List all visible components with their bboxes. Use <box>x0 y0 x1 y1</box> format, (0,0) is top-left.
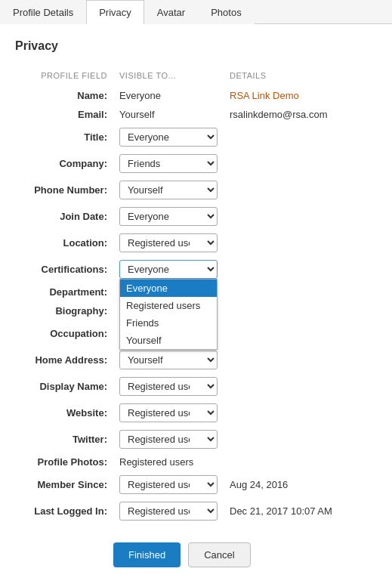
field-label: Last Logged In: <box>15 498 113 524</box>
field-label: Certifications: <box>15 256 113 283</box>
table-row: Profile Photos: Registered users <box>15 453 377 471</box>
lastlogin-detail: Dec 21, 2017 10:07 AM <box>224 498 377 524</box>
visible-value: Yourself <box>113 105 224 124</box>
table-row: Company: Everyone Registered users Frien… <box>15 150 377 177</box>
field-label: Title: <box>15 124 113 150</box>
name-detail-link[interactable]: RSA Link Demo <box>230 90 299 101</box>
joindate-select[interactable]: Everyone Registered users Friends Yourse… <box>119 207 218 226</box>
table-row: Last Logged In: Everyone Registered user… <box>15 498 377 524</box>
field-label: Home Address: <box>15 347 113 373</box>
dropdown-option-yourself[interactable]: Yourself <box>120 332 217 349</box>
main-content: Privacy PROFILE FIELD VISIBLE TO... DETA… <box>0 24 392 582</box>
field-label: Location: <box>15 230 113 256</box>
website-select[interactable]: Everyone Registered users Friends Yourse… <box>119 403 218 422</box>
field-label: Member Since: <box>15 471 113 498</box>
header-details: DETAILS <box>224 68 377 86</box>
table-row: Twitter: Everyone Registered users Frien… <box>15 426 377 453</box>
tab-photos[interactable]: Photos <box>198 0 254 24</box>
homeaddr-select-cell: Everyone Registered users Friends Yourse… <box>113 347 224 373</box>
table-row: Name: Everyone RSA Link Demo <box>15 86 377 105</box>
displayname-select-cell: Everyone Registered users Friends Yourse… <box>113 373 224 400</box>
tab-bar: Profile Details Privacy Avatar Photos <box>0 0 392 24</box>
certifications-dropdown-container: Everyone Registered users Friends Yourse… <box>119 260 218 279</box>
header-visible-to: VISIBLE TO... <box>113 68 224 86</box>
tab-privacy[interactable]: Privacy <box>86 0 144 24</box>
dropdown-option-everyone[interactable]: Everyone <box>120 280 217 297</box>
title-select-cell: Everyone Registered users Friends Yourse… <box>113 124 224 150</box>
tab-profile-details[interactable]: Profile Details <box>0 0 86 24</box>
dropdown-option-registered[interactable]: Registered users <box>120 297 217 314</box>
twitter-select[interactable]: Everyone Registered users Friends Yourse… <box>119 430 218 449</box>
section-title: Privacy <box>15 39 377 53</box>
membersince-detail: Aug 24, 2016 <box>224 471 377 498</box>
action-buttons: Finished Cancel <box>15 542 377 567</box>
title-select[interactable]: Everyone Registered users Friends Yourse… <box>119 128 218 147</box>
lastlogin-select-cell: Everyone Registered users Friends Yourse… <box>113 498 224 524</box>
field-label: Join Date: <box>15 203 113 230</box>
table-row: Phone Number: Everyone Registered users … <box>15 177 377 203</box>
lastlogin-select[interactable]: Everyone Registered users Friends Yourse… <box>119 502 218 521</box>
visible-value: Everyone <box>113 86 224 105</box>
certifications-dropdown-list: Everyone Registered users Friends Yourse… <box>119 279 218 350</box>
table-row: Location: Everyone Registered users Frie… <box>15 230 377 256</box>
phone-select[interactable]: Everyone Registered users Friends Yourse… <box>119 181 218 199</box>
tab-avatar[interactable]: Avatar <box>144 0 198 24</box>
field-label: Department: <box>15 283 113 301</box>
table-row: Certifications: Everyone Registered user… <box>15 256 377 283</box>
table-row: Member Since: Everyone Registered users … <box>15 471 377 498</box>
field-label: Phone Number: <box>15 177 113 203</box>
field-label: Website: <box>15 400 113 426</box>
location-select[interactable]: Everyone Registered users Friends Yourse… <box>119 233 218 252</box>
field-label: Name: <box>15 86 113 105</box>
company-select-cell: Everyone Registered users Friends Yourse… <box>113 150 224 177</box>
dropdown-option-friends[interactable]: Friends <box>120 314 217 332</box>
field-label: Biography: <box>15 301 113 320</box>
table-row: Join Date: Everyone Registered users Fri… <box>15 203 377 230</box>
field-label: Display Name: <box>15 373 113 400</box>
certifications-cell: Everyone Registered users Friends Yourse… <box>113 256 224 283</box>
homeaddr-select[interactable]: Everyone Registered users Friends Yourse… <box>119 351 218 369</box>
table-row: Email: Yourself rsalinkdemo@rsa.com <box>15 105 377 124</box>
field-label: Company: <box>15 150 113 177</box>
table-row: Display Name: Everyone Registered users … <box>15 373 377 400</box>
field-label: Email: <box>15 105 113 124</box>
table-row: Home Address: Everyone Registered users … <box>15 347 377 373</box>
tabs-container: Profile Details Privacy Avatar Photos <box>0 0 392 24</box>
finished-button[interactable]: Finished <box>113 542 181 567</box>
header-profile-field: PROFILE FIELD <box>15 68 113 86</box>
website-select-cell: Everyone Registered users Friends Yourse… <box>113 400 224 426</box>
email-detail: rsalinkdemo@rsa.com <box>224 105 377 124</box>
certifications-select[interactable]: Everyone Registered users Friends Yourse… <box>119 260 218 279</box>
cancel-button[interactable]: Cancel <box>188 542 250 567</box>
phone-select-cell: Everyone Registered users Friends Yourse… <box>113 177 224 203</box>
field-label: Twitter: <box>15 426 113 453</box>
company-select[interactable]: Everyone Registered users Friends Yourse… <box>119 154 218 173</box>
field-label: Profile Photos: <box>15 453 113 471</box>
field-label: Occupation: <box>15 320 113 347</box>
location-select-cell: Everyone Registered users Friends Yourse… <box>113 230 224 256</box>
membersince-select-cell: Everyone Registered users Friends Yourse… <box>113 471 224 498</box>
table-row: Title: Everyone Registered users Friends… <box>15 124 377 150</box>
table-row: Website: Everyone Registered users Frien… <box>15 400 377 426</box>
profile-photos-value: Registered users <box>113 453 224 471</box>
twitter-select-cell: Everyone Registered users Friends Yourse… <box>113 426 224 453</box>
membersince-select[interactable]: Everyone Registered users Friends Yourse… <box>119 475 218 494</box>
displayname-select[interactable]: Everyone Registered users Friends Yourse… <box>119 377 218 396</box>
privacy-table: PROFILE FIELD VISIBLE TO... DETAILS Name… <box>15 68 377 524</box>
joindate-select-cell: Everyone Registered users Friends Yourse… <box>113 203 224 230</box>
